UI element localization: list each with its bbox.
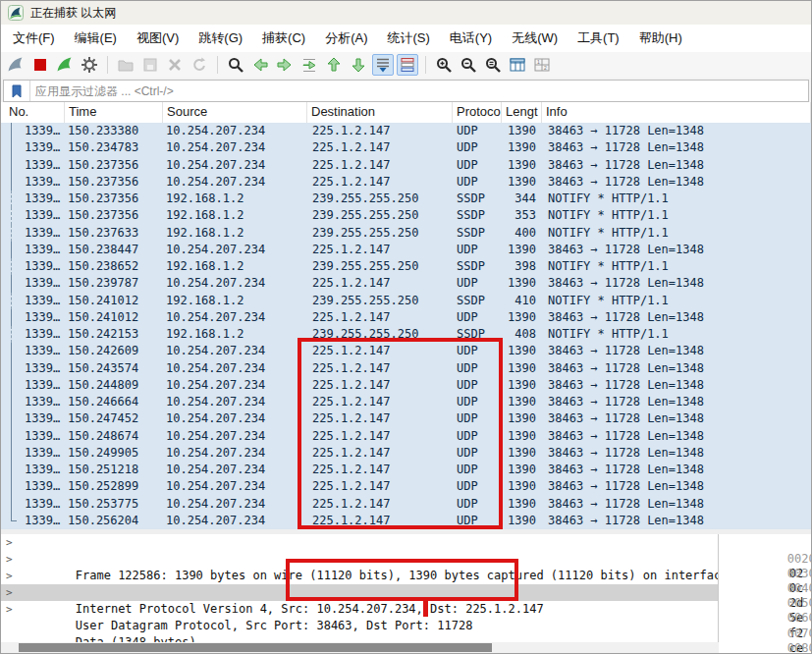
colorize-icon[interactable] [397,54,418,76]
packet-protocol: SSDP [453,191,502,207]
menu-item[interactable]: 工具(T) [568,25,629,52]
restart-capture-icon[interactable] [54,54,76,76]
toolbar-separator [107,56,108,74]
open-file-icon[interactable] [115,54,136,76]
menu-item[interactable]: 文件(F) [3,25,65,52]
menu-item[interactable]: 跳转(G) [189,25,252,52]
detail-tree-line[interactable]: > Frame 122586: 1390 bytes on wire (1112… [1,534,718,551]
table-row[interactable]: 1339… 150.237356 192.168.1.2 239.255.255… [1,207,811,224]
packet-protocol: SSDP [453,293,502,309]
packet-number: 1339… [1,309,65,326]
zoom-original-icon[interactable] [482,54,504,76]
horizontal-scrollbar[interactable] [1,642,719,653]
packet-number: 1339… [1,377,65,394]
packet-time: 150.237356 [65,207,163,224]
packet-time: 150.237633 [65,225,163,242]
table-row[interactable]: 1339… 150.241012 192.168.1.2 239.255.255… [1,293,811,309]
packet-number: 1339… [1,445,65,462]
packet-number: 1339… [1,275,65,292]
packet-length: 1390 [502,157,542,174]
table-row[interactable]: 1339… 150.237356 10.254.207.234 225.1.2.… [1,174,811,191]
packet-time: 150.237356 [65,191,163,207]
packet-number: 1339… [1,293,65,309]
menu-item[interactable]: 捕获(C) [252,25,315,52]
menu-item[interactable]: 电话(Y) [440,25,502,52]
expander-icon[interactable]: > [6,584,13,601]
packet-source: 10.254.207.234 [163,360,307,377]
start-capture-icon[interactable] [5,54,27,76]
menu-item[interactable]: 无线(W) [502,25,568,52]
table-row[interactable]: 1339… 150.237356 192.168.1.2 239.255.255… [1,191,811,207]
display-filter-input[interactable] [30,84,808,98]
table-row[interactable]: 1339… 150.233380 10.254.207.234 225.1.2.… [1,123,811,139]
packet-protocol: UDP [453,174,502,191]
packet-length: 1390 [502,478,542,495]
table-row[interactable]: 1339… 150.234783 10.254.207.234 225.1.2.… [1,139,811,156]
packet-protocol: UDP [453,123,502,139]
related-packet-line [11,139,17,156]
table-row[interactable]: 1339… 150.239787 10.254.207.234 225.1.2.… [1,275,811,292]
main-toolbar: 12 [1,52,811,79]
svg-text:1: 1 [537,59,540,65]
menu-item[interactable]: 视图(V) [127,25,189,52]
packet-destination: 225.1.2.147 [307,275,453,292]
bookmark-icon[interactable] [4,81,30,101]
hex-row[interactable]: 0020 02 93 [720,537,811,552]
packet-info: NOTIFY * HTTP/1.1 [542,191,811,207]
packet-time: 150.239787 [65,275,163,292]
go-up-icon[interactable] [323,54,345,76]
related-packet-line [11,309,17,326]
layout-panes-icon[interactable]: 12 [531,54,553,76]
related-packet-line [11,242,17,258]
column-header-destination[interactable]: Destination [307,102,453,123]
zoom-in-icon[interactable] [433,54,455,76]
menu-item[interactable]: 分析(A) [315,25,377,52]
packet-time: 150.237356 [65,157,163,174]
menu-item[interactable]: 帮助(H) [629,25,692,52]
go-forward-icon[interactable] [274,54,296,76]
reload-file-icon[interactable] [189,54,210,76]
menu-item[interactable]: 统计(S) [377,25,439,52]
auto-scroll-icon[interactable] [372,54,394,76]
related-packet-line [11,377,17,394]
go-to-packet-icon[interactable] [298,54,320,76]
packet-time: 150.246664 [65,394,163,410]
packet-destination: 225.1.2.147 [307,174,453,191]
packet-length: 1390 [502,410,542,427]
table-row[interactable]: 1339… 150.238652 192.168.1.2 239.255.255… [1,258,811,275]
table-row[interactable]: 1339… 150.237356 10.254.207.234 225.1.2.… [1,157,811,174]
packet-number: 1339… [1,410,65,427]
packet-length: 1390 [502,360,542,377]
column-header-time[interactable]: Time [65,102,163,123]
go-back-icon[interactable] [249,54,271,76]
column-header-info[interactable]: Info [542,102,811,123]
table-row[interactable]: 1339… 150.241012 10.254.207.234 225.1.2.… [1,309,811,326]
save-file-icon[interactable] [139,54,161,76]
expander-icon[interactable]: > [6,568,13,584]
menu-item[interactable]: 编辑(E) [65,25,127,52]
packet-source: 192.168.1.2 [163,207,307,224]
zoom-out-icon[interactable] [458,54,479,76]
close-file-icon[interactable] [164,54,186,76]
resize-columns-icon[interactable] [507,54,528,76]
column-header-no[interactable]: No. [1,102,65,123]
scrollbar-thumb[interactable] [19,643,492,652]
expander-icon[interactable]: > [6,551,13,568]
column-header-source[interactable]: Source [163,102,307,123]
go-down-icon[interactable] [348,54,369,76]
column-header-protocol[interactable]: Protoco [453,102,502,123]
packet-length: 1390 [502,445,542,462]
expander-icon[interactable]: > [6,534,13,551]
find-packet-icon[interactable] [225,54,246,76]
packet-protocol: UDP [453,157,502,174]
filter-field-frame [3,80,809,102]
detail-tree-line[interactable]: > Data (1348 bytes) [1,601,718,618]
column-header-length[interactable]: Lengt [502,102,542,123]
packet-length: 1390 [502,343,542,359]
table-row[interactable]: 1339… 150.237633 192.168.1.2 239.255.255… [1,225,811,242]
expander-icon[interactable]: > [6,601,13,618]
packet-destination: 225.1.2.147 [307,309,453,326]
capture-options-icon[interactable] [79,54,100,76]
stop-capture-icon[interactable] [29,54,51,76]
table-row[interactable]: 1339… 150.238447 10.254.207.234 225.1.2.… [1,242,811,258]
